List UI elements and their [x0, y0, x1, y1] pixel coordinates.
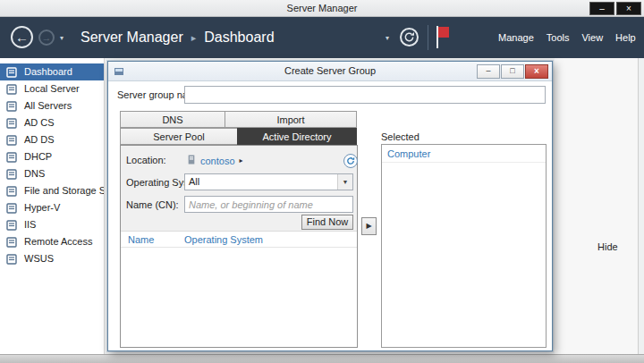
sidebar-item[interactable]: DNS	[0, 165, 104, 182]
domain-server-icon	[187, 154, 196, 167]
chevron-down-icon[interactable]: ▼	[337, 174, 352, 190]
location-field[interactable]: contoso ▸	[184, 152, 341, 169]
arrow-right-icon: ▶	[366, 222, 371, 230]
sidebar-item[interactable]: WSUS	[0, 250, 104, 267]
sidebar-item-label: DNS	[24, 168, 45, 179]
sidebar-item[interactable]: Local Server	[0, 80, 104, 97]
selected-list[interactable]: Computer	[381, 144, 547, 348]
tab[interactable]: Import	[225, 111, 357, 128]
navigation-bar: ← → ▾ Server Manager▸Dashboard ▾ Manage	[0, 17, 644, 58]
sidebar-item[interactable]: All Servers	[0, 97, 104, 114]
results-header: Name Operating System	[121, 232, 357, 248]
notifications-flag-button[interactable]	[436, 26, 450, 48]
sidebar-item-label: AD DS	[24, 134, 55, 145]
window-minimize-button[interactable]: –	[589, 2, 614, 15]
selected-column-header[interactable]: Computer	[382, 145, 546, 163]
search-criteria-panel: Location: contoso ▸	[121, 146, 357, 232]
location-refresh-button[interactable]	[343, 154, 358, 168]
results-list[interactable]	[121, 248, 357, 347]
refresh-icon	[346, 156, 355, 165]
dashboard-background-panel	[555, 58, 638, 354]
sidebar-item-label: AD CS	[24, 117, 55, 128]
remote-access-icon	[6, 236, 17, 247]
dialog-close-button[interactable]: ×	[525, 64, 548, 79]
results-column-header[interactable]: Operating System	[184, 234, 263, 245]
sidebar-item[interactable]: AD CS	[0, 114, 104, 131]
local-server-icon	[6, 83, 17, 94]
results-column-header[interactable]: Name	[128, 234, 184, 245]
sidebar-item-label: Remote Access	[24, 236, 92, 247]
breadcrumb-separator-icon: ▸	[191, 32, 197, 43]
history-dropdown-icon[interactable]: ▾	[60, 34, 64, 42]
sidebar-item[interactable]: DHCP	[0, 148, 104, 165]
tab-row-2: Server Pool Active Directory	[120, 128, 357, 145]
nav-menu-item[interactable]: Manage	[498, 32, 534, 43]
sidebar-item-label: All Servers	[24, 100, 72, 111]
tab[interactable]: Server Pool	[120, 128, 238, 145]
name-cn-input[interactable]	[184, 196, 353, 213]
hide-link[interactable]: Hide	[597, 241, 618, 252]
sidebar-item-label: Local Server	[24, 83, 80, 94]
add-selected-button[interactable]: ▶	[361, 217, 377, 235]
nav-menu-item[interactable]: Help	[615, 32, 636, 43]
create-server-group-dialog: Create Server Group – □ × Server group n…	[107, 61, 553, 351]
name-cn-label: Name (CN):	[126, 197, 179, 214]
tab[interactable]: DNS	[120, 111, 225, 128]
breadcrumb: Server Manager▸Dashboard	[80, 17, 275, 58]
location-value[interactable]: contoso	[200, 156, 235, 166]
dialog-maximize-button[interactable]: □	[501, 64, 524, 79]
window-titlebar: Server Manager – ×	[0, 0, 644, 17]
sidebar-item-label: Dashboard	[24, 66, 72, 77]
hyper-v-icon	[6, 202, 17, 213]
ad-ds-icon	[6, 134, 17, 145]
window-title: Server Manager	[0, 0, 644, 16]
sidebar-item-label: File and Storage Services	[24, 185, 104, 196]
refresh-icon	[403, 31, 415, 43]
sidebar-item[interactable]: AD DS	[0, 131, 104, 148]
sidebar-item-label: Hyper-V	[24, 202, 60, 213]
dhcp-icon	[6, 151, 17, 162]
breadcrumb-root[interactable]: Server Manager	[80, 30, 183, 45]
wsus-icon	[6, 253, 17, 264]
operating-system-value: All	[189, 176, 199, 187]
window-close-button[interactable]: ×	[616, 2, 641, 15]
back-arrow-icon: ←	[15, 30, 29, 45]
back-button[interactable]: ←	[11, 26, 33, 48]
dialog-titlebar[interactable]: Create Server Group – □ ×	[108, 62, 552, 81]
nav-menu-item[interactable]: Tools	[547, 32, 570, 43]
flag-icon	[436, 26, 450, 48]
sidebar-item-label: DHCP	[24, 151, 52, 162]
location-label: Location:	[126, 152, 166, 169]
sidebar-item[interactable]: Dashboard	[0, 63, 104, 80]
tab[interactable]: Active Directory	[237, 128, 357, 145]
sidebar-item[interactable]: IIS	[0, 216, 104, 233]
iis-icon	[6, 219, 17, 230]
sidebar-item[interactable]: File and Storage Services	[0, 182, 104, 199]
sidebar: Dashboard Local Server	[0, 58, 105, 354]
ad-cs-icon	[6, 117, 17, 128]
dns-icon	[6, 168, 17, 179]
tab-row-1: DNS Import	[120, 111, 357, 128]
sidebar-item-label: WSUS	[24, 253, 54, 264]
nav-divider	[428, 25, 428, 50]
all-servers-icon	[6, 100, 17, 111]
dialog-minimize-button[interactable]: –	[477, 64, 500, 79]
operating-system-select[interactable]: All ▼	[184, 173, 353, 190]
nav-menu: Manage Tools View Help	[498, 17, 636, 58]
sidebar-item-label: IIS	[24, 219, 36, 230]
forward-arrow-icon: →	[42, 32, 52, 43]
dashboard-icon	[6, 66, 17, 77]
server-group-name-input[interactable]	[184, 86, 546, 104]
nav-caret-icon[interactable]: ▾	[386, 34, 389, 42]
breadcrumb-current[interactable]: Dashboard	[204, 30, 274, 45]
active-directory-tab-page: Location: contoso ▸	[120, 145, 358, 348]
sidebar-item[interactable]: Hyper-V	[0, 199, 104, 216]
refresh-button[interactable]	[400, 28, 419, 46]
server-manager-window: Server Manager – × ← → ▾ Server Manager▸…	[0, 0, 644, 363]
location-expand-icon[interactable]: ▸	[240, 156, 243, 165]
panel-divider	[638, 58, 639, 354]
forward-button[interactable]: →	[38, 30, 55, 46]
find-now-button[interactable]: Find Now	[301, 215, 353, 230]
sidebar-item[interactable]: Remote Access	[0, 233, 104, 250]
nav-menu-item[interactable]: View	[581, 32, 603, 43]
